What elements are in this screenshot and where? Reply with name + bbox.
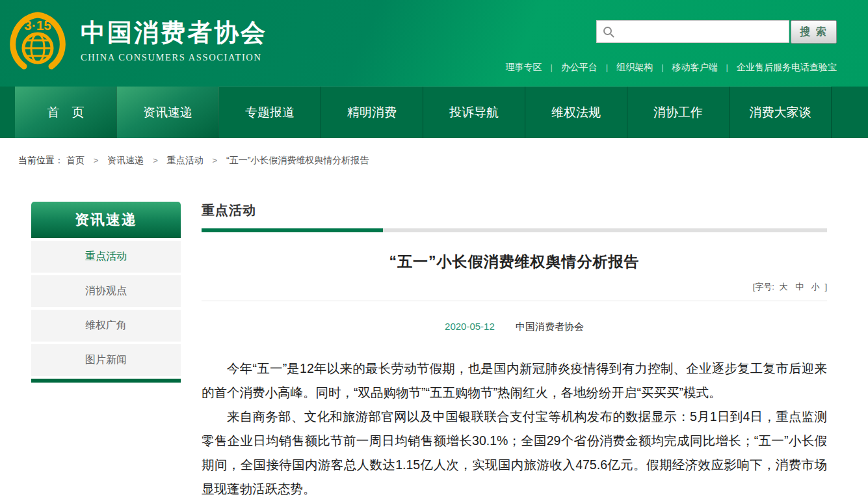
article-content: 重点活动 “五一”小长假消费维权舆情分析报告 [字号: 大 中 小 ] 2020…: [202, 202, 827, 501]
header-top-links: 理事专区|办公平台|组织架构|移动客户端|企业售后服务电话查验宝: [447, 62, 837, 74]
nav-item-label: 专题报道: [245, 104, 295, 121]
breadcrumb: 当前位置： 首页 > 资讯速递 > 重点活动 > “五一”小长假消费维权舆情分析…: [0, 138, 868, 167]
nav-item-special-reports[interactable]: 专题报道: [219, 87, 321, 138]
font-size-small[interactable]: 小: [811, 282, 820, 291]
top-link-aftersales[interactable]: 企业售后服务电话查验宝: [737, 62, 837, 72]
article-paragraph: 今年“五一”是12年以来的最长劳动节假期，也是国内新冠肺炎疫情得到有力控制、企业…: [202, 357, 827, 405]
sidebar-item-photo-news[interactable]: 图片新闻: [31, 344, 181, 376]
link-separator: |: [726, 62, 728, 72]
site-subtitle: CHINA CONSUMERS ASSOCIATION: [81, 52, 267, 63]
nav-item-news[interactable]: 资讯速递: [117, 87, 219, 138]
search-icon: [602, 25, 615, 38]
article-date: 2020-05-12: [445, 321, 495, 332]
breadcrumb-separator: >: [94, 156, 99, 165]
font-size-large[interactable]: 大: [780, 282, 788, 291]
logo-315-text: 3·15: [24, 18, 51, 33]
site-title: 中国消费者协会: [81, 19, 267, 47]
font-size-medium[interactable]: 中: [795, 282, 804, 291]
search-bar: 搜 索: [596, 20, 837, 43]
article-body: 今年“五一”是12年以来的最长劳动节假期，也是国内新冠肺炎疫情得到有力控制、企业…: [202, 357, 827, 501]
search-input[interactable]: [619, 21, 789, 42]
sidebar: 资讯速递 重点活动 消协观点 维权广角 图片新闻: [31, 202, 181, 501]
main-nav: 首 页 资讯速递 专题报道 精明消费 投诉导航 维权法规 消协工作 消费大家谈: [0, 87, 868, 138]
article-title: “五一”小长假消费维权舆情分析报告: [202, 252, 827, 272]
nav-item-label: 首 页: [47, 104, 85, 121]
top-link-office[interactable]: 办公平台: [561, 62, 598, 72]
nav-item-rights-laws[interactable]: 维权法规: [525, 87, 627, 138]
nav-item-home[interactable]: 首 页: [15, 87, 117, 138]
section-rule: [202, 228, 827, 232]
breadcrumb-home[interactable]: 首页: [66, 155, 85, 165]
search-box[interactable]: [596, 20, 789, 43]
article-paragraph: 来自商务部、文化和旅游部官网以及中国银联联合支付宝等机构发布的数据显示：5月1日…: [202, 405, 827, 501]
nav-item-label: 维权法规: [551, 104, 601, 121]
site-header: 3·15 中国消费者协会 CHINA CONSUMERS ASSOCIATION…: [0, 0, 868, 87]
font-size-controls: [字号: 大 中 小 ]: [202, 281, 827, 293]
sidebar-item-key-activities[interactable]: 重点活动: [31, 241, 181, 273]
breadcrumb-news[interactable]: 资讯速递: [107, 155, 144, 165]
top-link-directors[interactable]: 理事专区: [505, 62, 542, 72]
nav-item-consumer-talk[interactable]: 消费大家谈: [730, 87, 832, 138]
sidebar-item-rights-wide-angle[interactable]: 维权广角: [31, 310, 181, 342]
breadcrumb-label: 当前位置：: [18, 155, 64, 165]
nav-item-cca-work[interactable]: 消协工作: [627, 87, 730, 138]
breadcrumb-separator: >: [213, 156, 218, 165]
sidebar-title: 资讯速递: [31, 202, 181, 238]
cca-logo-icon[interactable]: 3·15: [9, 8, 66, 74]
font-size-label: [字号:: [753, 282, 774, 291]
font-size-label-close: ]: [824, 282, 827, 291]
sidebar-bottom-bar: [31, 379, 181, 383]
nav-item-smart-consumption[interactable]: 精明消费: [321, 87, 423, 138]
top-link-structure[interactable]: 组织架构: [616, 62, 653, 72]
title-divider: [202, 301, 827, 301]
breadcrumb-separator: >: [153, 156, 158, 165]
link-separator: |: [606, 62, 608, 72]
top-link-mobile[interactable]: 移动客户端: [672, 62, 718, 72]
section-title: 重点活动: [202, 202, 827, 219]
breadcrumb-current-page: “五一”小长假消费维权舆情分析报告: [226, 155, 369, 165]
nav-item-label: 消协工作: [653, 104, 703, 121]
nav-item-label: 资讯速递: [143, 104, 192, 121]
sidebar-item-cca-views[interactable]: 消协观点: [31, 275, 181, 307]
nav-item-label: 精明消费: [347, 104, 397, 121]
link-separator: |: [550, 62, 552, 72]
search-button[interactable]: 搜 索: [791, 20, 837, 44]
section-rule-accent: [202, 228, 383, 232]
breadcrumb-key-activities[interactable]: 重点活动: [167, 155, 204, 165]
nav-item-label: 投诉导航: [449, 104, 499, 121]
nav-item-label: 消费大家谈: [750, 104, 811, 121]
article-source: 中国消费者协会: [516, 321, 584, 332]
site-logo[interactable]: 3·15 中国消费者协会 CHINA CONSUMERS ASSOCIATION: [9, 8, 267, 74]
article-meta: 2020-05-12 中国消费者协会: [202, 321, 827, 333]
nav-item-complaint-guide[interactable]: 投诉导航: [423, 87, 525, 138]
link-separator: |: [661, 62, 663, 72]
